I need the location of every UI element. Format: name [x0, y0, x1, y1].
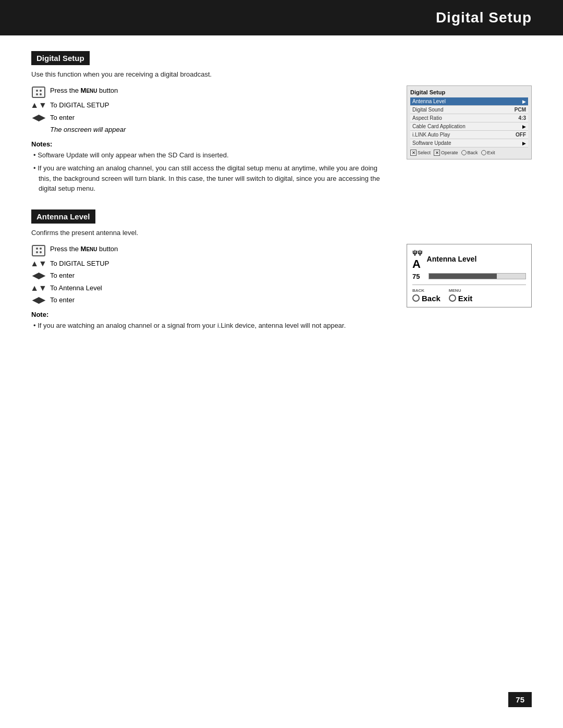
step-row-2: ▲▼ To DIGITAL SETUP: [31, 100, 391, 110]
al-step-row-2: ▲▼ To DIGITAL SETUP: [31, 258, 391, 269]
antenna-level-two-col: Press the MENU button ▲▼ To DIGITAL SETU…: [31, 244, 532, 334]
al-bar-fill: [429, 274, 497, 279]
page-header: Digital Setup: [0, 0, 563, 35]
digital-setup-intro: Use this function when you are receiving…: [31, 70, 532, 78]
step-2-text: To DIGITAL SETUP: [50, 100, 109, 110]
al-screen-title: Antenna Level: [427, 255, 477, 263]
ds-row-digital-sound: Digital Sound PCM: [410, 106, 528, 114]
al-step-1-text: Press the MENU button: [50, 244, 118, 254]
al-note-text: If you are watching an analog channel or…: [31, 320, 391, 331]
al-step-2-text: To DIGITAL SETUP: [50, 258, 109, 269]
antenna-level-intro: Confirms the present antenna level.: [31, 229, 532, 237]
content-area: Digital Setup Use this function when you…: [0, 51, 563, 334]
al-leftright-icon-1: ◀▶: [31, 270, 46, 280]
digital-setup-two-col: Press the MENU button ▲▼ To DIGITAL SETU…: [31, 85, 532, 197]
antenna-level-instructions: Press the MENU button ▲▼ To DIGITAL SETU…: [31, 244, 391, 334]
al-exit-circle: [449, 294, 456, 302]
al-bar-row: 75: [412, 273, 526, 280]
al-footer-area: BACK Back MENU: [412, 285, 526, 303]
al-back-label: Back: [422, 294, 440, 303]
menu-button-icon: [31, 85, 46, 98]
antenna-wave-icon: ψψ A: [412, 249, 423, 269]
note-1: Software Update will only appear when th…: [31, 150, 391, 161]
step-row-1: Press the MENU button: [31, 85, 391, 98]
digital-setup-instructions: Press the MENU button ▲▼ To DIGITAL SETU…: [31, 85, 391, 197]
digital-setup-screen: Digital Setup Antenna Level ▶ Digital So…: [407, 85, 532, 197]
al-exit-item: MENU Exit: [449, 288, 473, 303]
leftright-arrow-icon-1: ◀▶: [31, 113, 46, 122]
antenna-level-section: Antenna Level Confirms the present anten…: [31, 209, 532, 334]
updown-arrow-icon-1: ▲▼: [31, 100, 46, 109]
ds-screen-title: Digital Setup: [410, 89, 528, 95]
al-step-row-1: Press the MENU button: [31, 244, 391, 256]
al-menu-button-icon: [31, 244, 46, 256]
ds-row-aspect: Aspect Ratio 4:3: [410, 114, 528, 122]
al-level-value: 75: [412, 273, 425, 280]
al-back-item: BACK Back: [412, 288, 440, 303]
al-bar-bg: [429, 273, 526, 279]
al-footer: BACK Back MENU: [412, 288, 526, 303]
al-updown-icon-2: ▲▼: [31, 283, 46, 292]
onscreen-note-row: The onscreen will appear: [31, 125, 391, 135]
antenna-level-screen: ψψ A Antenna Level 75: [407, 244, 532, 334]
step-1-text: Press the MENU button: [50, 85, 118, 96]
al-step-row-5: ◀▶ To enter: [31, 295, 391, 305]
notes-label: Notes:: [31, 140, 391, 148]
page-wrapper: Digital Setup Digital Setup Use this fun…: [0, 0, 563, 728]
al-step-3-text: To enter: [50, 270, 75, 281]
ds-row-antenna: Antenna Level ▶: [410, 97, 528, 106]
ds-footer-exit: Exit: [481, 150, 495, 155]
digital-setup-notes: Notes: Software Update will only appear …: [31, 140, 391, 194]
ds-footer-select: ✕ Select: [410, 150, 431, 156]
antenna-level-note: Note: If you are watching an analog chan…: [31, 311, 391, 331]
ds-screen-mockup: Digital Setup Antenna Level ▶ Digital So…: [407, 85, 532, 159]
note-2: If you are watching an analog channel, y…: [31, 163, 391, 194]
ds-row-software: Software Update ▶: [410, 139, 528, 147]
page-title: Digital Setup: [0, 9, 532, 26]
digital-setup-section: Digital Setup Use this function when you…: [31, 51, 532, 197]
ds-footer-operate: ✕ Operate: [434, 150, 458, 156]
al-updown-icon-1: ▲▼: [31, 258, 46, 268]
page-number: 75: [508, 692, 532, 707]
ds-row-cable-card: Cable Card Application ▶: [410, 122, 528, 131]
ds-footer: ✕ Select ✕ Operate Back: [410, 147, 528, 156]
al-back-circle: [412, 294, 420, 302]
al-screen-mockup: ψψ A Antenna Level 75: [407, 244, 532, 307]
al-step-row-3: ◀▶ To enter: [31, 270, 391, 281]
antenna-level-title: Antenna Level: [31, 209, 95, 224]
al-note-label: Note:: [31, 311, 391, 318]
step-3-text: To enter: [50, 113, 75, 123]
onscreen-note-text: The onscreen will appear: [50, 125, 126, 135]
ds-row-ilink: i.LINK Auto Play OFF: [410, 131, 528, 139]
digital-setup-title: Digital Setup: [31, 51, 90, 65]
ds-footer-back: Back: [461, 150, 478, 155]
al-step-5-text: To enter: [50, 295, 75, 305]
al-exit-label: Exit: [458, 294, 473, 303]
al-step-row-4: ▲▼ To Antenna Level: [31, 283, 391, 293]
al-screen-top: ψψ A Antenna Level: [412, 249, 526, 269]
step-row-3: ◀▶ To enter: [31, 113, 391, 123]
al-leftright-icon-2: ◀▶: [31, 295, 46, 304]
al-step-4-text: To Antenna Level: [50, 283, 102, 293]
